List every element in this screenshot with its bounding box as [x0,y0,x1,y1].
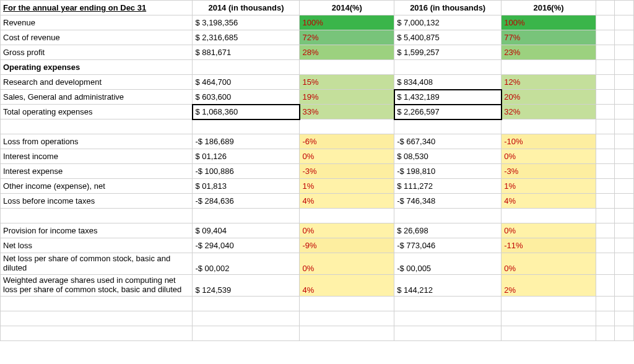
empty-cell [615,253,634,275]
empty-cell [596,179,615,194]
empty-cell [502,119,596,134]
row-loss-before-tax: Loss before income taxes -$ 284,636 4% -… [1,194,634,209]
header-2014-pct: 2014(%) [300,1,394,15]
cell-pct: 1% [300,179,394,194]
row-provision: Provision for income taxes $ 09,404 0% $… [1,223,634,238]
cell-value: -$ 284,636 [193,194,300,209]
cell-pct: 100% [502,15,596,30]
cell-pct: 72% [300,30,394,45]
cell-value: $ 2,316,685 [193,30,300,45]
cell-label: Net loss [1,238,193,253]
cell-value: $ 09,404 [193,223,300,238]
cell-pct: 2% [502,274,596,296]
cell-pct: 1% [502,179,596,194]
empty-cell [615,223,634,238]
cell-value: $ 111,272 [394,179,502,194]
empty-cell [193,296,300,311]
empty-cell [596,90,615,105]
cell-value: $ 603,600 [193,90,300,105]
cell-value: $ 1,599,257 [394,45,502,60]
cell-label: Sales, General and administrative [1,90,193,105]
cell-value: -$ 746,348 [394,194,502,209]
empty-cell [615,238,634,253]
cell-pct: -10% [502,134,596,149]
empty-cell [615,209,634,223]
empty-cell [615,326,634,340]
cell-value: $ 3,198,356 [193,15,300,30]
cell-value: $ 7,000,132 [394,15,502,30]
empty-cell [502,209,596,223]
header-row: For the annual year ending on Dec 31 201… [1,1,634,15]
header-label: For the annual year ending on Dec 31 [1,1,193,15]
row-loss-from-ops: Loss from operations -$ 186,689 -6% -$ 6… [1,134,634,149]
cell-label: Loss before income taxes [1,194,193,209]
header-2016-val: 2016 (in thousands) [394,1,502,15]
cell-label: Weighted average shares used in computin… [1,274,193,296]
cell-pct: 0% [300,223,394,238]
cell-label: Loss from operations [1,134,193,149]
cell-value: -$ 198,810 [394,164,502,179]
cell-value: $ 26,698 [394,223,502,238]
row-section-operating-expenses: Operating expenses [1,60,634,75]
cell-pct: 20% [502,90,596,105]
empty-cell [615,90,634,105]
row-wavg: Weighted average shares used in computin… [1,274,634,296]
empty-cell [615,60,634,75]
empty-cell [596,296,615,311]
cell-value: $ 2,266,597 [394,105,502,119]
empty-cell [615,134,634,149]
cell-value: -$ 186,689 [193,134,300,149]
cell-value: $ 1,068,360 [193,105,300,119]
cell-label: Other income (expense), net [1,179,193,194]
empty-cell [502,326,596,340]
empty-cell [300,326,394,340]
cell-value: -$ 773,046 [394,238,502,253]
empty-cell [596,311,615,326]
empty-cell [615,119,634,134]
cell-value: $ 08,530 [394,149,502,164]
cell-pct: 23% [502,45,596,60]
empty-cell [615,30,634,45]
cell-pct: 0% [502,223,596,238]
cell-value: -$ 100,886 [193,164,300,179]
row-revenue: Revenue $ 3,198,356 100% $ 7,000,132 100… [1,15,634,30]
empty-cell [596,209,615,223]
empty-cell [300,311,394,326]
row-blank [1,326,634,340]
cell-label: Cost of revenue [1,30,193,45]
empty-cell [596,194,615,209]
row-interest-income: Interest income $ 01,126 0% $ 08,530 0% [1,149,634,164]
empty-cell [615,105,634,119]
cell-label: Total operating expenses [1,105,193,119]
cell-pct: 15% [300,75,394,90]
empty-cell [193,60,300,75]
empty-cell [596,15,615,30]
empty-cell [193,311,300,326]
empty-cell [502,60,596,75]
empty-cell [596,274,615,296]
cell-pct: 77% [502,30,596,45]
row-other-income: Other income (expense), net $ 01,813 1% … [1,179,634,194]
empty-cell [394,119,502,134]
cell-label: Revenue [1,15,193,30]
cell-pct: 4% [300,274,394,296]
row-cost-of-revenue: Cost of revenue $ 2,316,685 72% $ 5,400,… [1,30,634,45]
empty-cell [596,45,615,60]
empty-cell [1,296,193,311]
cell-label: Net loss per share of common stock, basi… [1,253,193,275]
cell-pct: 28% [300,45,394,60]
empty-cell [596,75,615,90]
row-blank [1,311,634,326]
empty-cell [394,311,502,326]
row-sga: Sales, General and administrative $ 603,… [1,90,634,105]
row-nlps: Net loss per share of common stock, basi… [1,253,634,275]
empty-cell [193,209,300,223]
empty-cell [502,296,596,311]
empty-cell [1,326,193,340]
cell-value: $ 124,539 [193,274,300,296]
empty-cell [596,223,615,238]
cell-pct: 4% [502,194,596,209]
cell-label: Gross profit [1,45,193,60]
empty-cell [300,209,394,223]
empty-cell [394,60,502,75]
